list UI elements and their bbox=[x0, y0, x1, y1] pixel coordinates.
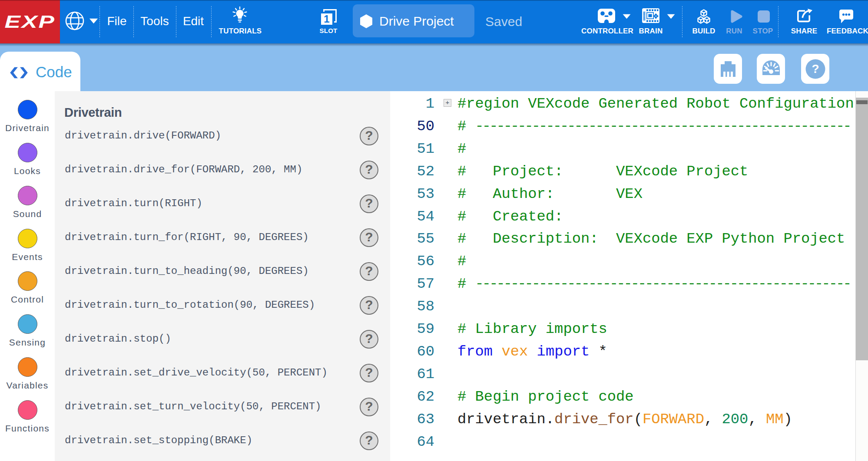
svg-text:?: ? bbox=[812, 62, 819, 76]
svg-text:1: 1 bbox=[324, 13, 329, 25]
